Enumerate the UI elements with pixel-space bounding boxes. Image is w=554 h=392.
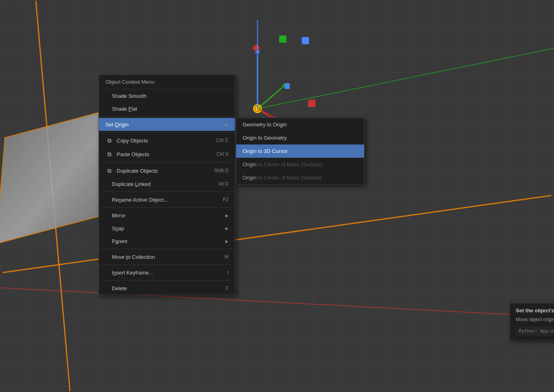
submenu-item-origin-to-3d-cursor[interactable]: Origin to 3D Cursor <box>236 144 364 158</box>
menu-item-insert-keyframe[interactable]: Insert Keyframe... I <box>99 266 235 279</box>
svg-line-4 <box>257 85 286 109</box>
snap-arrow: ▶ <box>225 226 229 231</box>
menu-item-duplicate-objects[interactable]: ⧉ Duplicate Objects Shift D <box>99 164 235 177</box>
menu-item-parent[interactable]: Parent ▶ <box>99 235 235 248</box>
rename-active-shortcut: F2 <box>223 197 229 202</box>
tooltip: Set the object's origin, by either movin… <box>510 303 554 340</box>
menu-item-paste-objects[interactable]: ⧉ Paste Objects Ctrl V <box>99 147 235 161</box>
duplicate-objects-shortcut: Shift D <box>214 168 229 173</box>
3d-viewport <box>0 0 554 392</box>
paste-objects-shortcut: Ctrl V <box>216 151 229 157</box>
separator-2 <box>99 132 235 132</box>
separator-8 <box>99 280 235 281</box>
geometry-to-origin-label: Geometry to Origin <box>243 122 287 128</box>
duplicate-objects-label: Duplicate Objects <box>117 168 158 174</box>
tooltip-title: Set the object's origin, by either movin… <box>516 307 554 314</box>
move-to-collection-shortcut: M <box>224 254 229 260</box>
rename-active-label: Rename Active Object... <box>112 197 168 203</box>
submenu-item-geometry-to-origin[interactable]: Geometry to Origin <box>236 118 364 131</box>
separator-7 <box>99 264 235 265</box>
copy-icon: ⧉ <box>105 136 113 144</box>
copy-objects-shortcut: Ctrl C <box>216 138 229 143</box>
origin-center-mass-surface-label: Origin to Center of Mass (Surface) <box>243 161 322 167</box>
duplicate-icon: ⧉ <box>105 167 113 175</box>
delete-label: Delete <box>112 285 127 291</box>
copy-objects-label: Copy Objects <box>117 138 148 144</box>
separator-6 <box>99 249 235 249</box>
duplicate-linked-shortcut: Alt D <box>218 181 229 187</box>
separator-4 <box>99 192 235 192</box>
origin-to-3d-cursor-label: Origin to 3D Cursor <box>243 148 288 154</box>
shade-smooth-label: Shade Smooth <box>112 93 146 99</box>
menu-item-shade-smooth[interactable]: Shade Smooth <box>99 89 235 102</box>
tooltip-python: Python: bpy.ops.object.origin_set(type='… <box>516 326 554 336</box>
menu-item-delete[interactable]: Delete X <box>99 282 235 295</box>
origin-center-mass-volume-label: Origin to Center of Mass (Volume) <box>243 175 322 181</box>
submenu-set-origin: Geometry to Origin Origin to Geometry Or… <box>236 118 365 185</box>
menu-item-mirror[interactable]: Mirror ▶ <box>99 209 235 222</box>
menu-item-shade-flat[interactable]: Shade Flat <box>99 102 235 115</box>
menu-item-set-origin[interactable]: Set Origin ▶ Geometry to Origin Origin t… <box>99 118 235 131</box>
paste-objects-label: Paste Objects <box>117 151 149 157</box>
snap-label: Snap <box>112 225 124 231</box>
tooltip-description: Move object origin to position of the 3D… <box>516 316 554 323</box>
origin-to-geometry-label: Origin to Geometry <box>243 135 287 141</box>
set-origin-arrow: ▶ <box>225 122 229 127</box>
menu-item-snap[interactable]: Snap ▶ <box>99 222 235 235</box>
menu-item-copy-objects[interactable]: ⧉ Copy Objects Ctrl C <box>99 134 235 147</box>
context-menu: Object Context Menu Shade Smooth Shade F… <box>99 74 235 295</box>
separator-5 <box>99 207 235 208</box>
mirror-label: Mirror <box>112 213 126 219</box>
set-origin-label: Set Origin <box>105 122 129 128</box>
menu-item-rename-active[interactable]: Rename Active Object... F2 <box>99 193 235 206</box>
move-to-collection-label: Move to Collection <box>112 254 155 260</box>
delete-shortcut: X <box>225 285 229 291</box>
duplicate-linked-label: Duplicate Linked <box>112 181 150 187</box>
parent-label: Parent <box>112 238 127 244</box>
svg-point-10 <box>255 107 259 111</box>
svg-rect-7 <box>252 44 260 52</box>
insert-keyframe-label: Insert Keyframe... <box>112 270 153 276</box>
menu-item-duplicate-linked[interactable]: Duplicate Linked Alt D <box>99 177 235 190</box>
submenu-item-origin-center-mass-volume[interactable]: Origin to Center of Mass (Volume) <box>236 171 364 184</box>
insert-keyframe-shortcut: I <box>227 270 229 275</box>
menu-item-move-to-collection[interactable]: Move to Collection M <box>99 250 235 263</box>
submenu-item-origin-to-geometry[interactable]: Origin to Geometry <box>236 131 364 144</box>
paste-icon: ⧉ <box>105 150 113 158</box>
separator-3 <box>99 162 235 163</box>
menu-title: Object Context Menu <box>99 75 235 89</box>
shade-flat-label: Shade Flat <box>112 106 137 112</box>
mirror-arrow: ▶ <box>225 213 229 218</box>
separator-1 <box>99 116 235 117</box>
parent-arrow: ▶ <box>225 239 229 243</box>
submenu-item-origin-center-mass-surface[interactable]: Origin to Center of Mass (Surface) <box>236 158 364 171</box>
svg-rect-6 <box>285 83 290 89</box>
